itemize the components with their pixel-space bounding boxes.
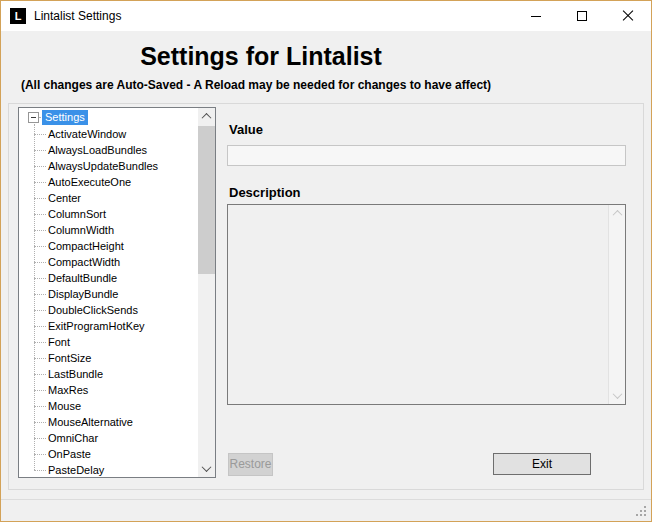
- tree-scrollbar[interactable]: [198, 108, 215, 477]
- tree-item-label: OmniChar: [48, 430, 98, 446]
- titlebar[interactable]: L Lintalist Settings: [1, 1, 651, 31]
- page-subtitle: (All changes are Auto-Saved - A Reload m…: [1, 78, 511, 92]
- tree-item-label: ActivateWindow: [48, 126, 126, 142]
- tree-scroll-up-button[interactable]: [198, 108, 215, 125]
- tree-item[interactable]: LastBundle: [19, 366, 198, 382]
- tree-item-connector: [34, 390, 46, 391]
- collapse-icon[interactable]: [28, 112, 39, 123]
- tree-item-label: Font: [48, 334, 70, 350]
- tree-item[interactable]: Font: [19, 334, 198, 350]
- tree-item-label: FontSize: [48, 350, 91, 366]
- tree-item[interactable]: DefaultBundle: [19, 270, 198, 286]
- value-label: Value: [229, 122, 263, 137]
- tree-item-connector: [34, 326, 46, 327]
- minimize-button[interactable]: [513, 1, 559, 31]
- tree-item[interactable]: ColumnSort: [19, 206, 198, 222]
- tree-item[interactable]: AlwaysUpdateBundles: [19, 158, 198, 174]
- tree-item-connector: [34, 294, 46, 295]
- tree-scrollbar-thumb[interactable]: [198, 126, 215, 274]
- tree-item[interactable]: OnPaste: [19, 446, 198, 462]
- description-label: Description: [229, 185, 301, 200]
- tree-item-connector: [34, 454, 46, 455]
- description-scroll-up-button[interactable]: [609, 205, 626, 222]
- tree-item-connector: [34, 278, 46, 279]
- chevron-down-icon: [613, 389, 623, 399]
- tree-scroll-down-button[interactable]: [198, 460, 215, 477]
- tree-item-connector: [34, 470, 46, 471]
- chevron-up-icon: [202, 113, 212, 123]
- close-button[interactable]: [605, 1, 651, 31]
- minimize-icon: [531, 16, 541, 17]
- tree-item[interactable]: PasteDelay: [19, 462, 198, 478]
- tree-item-connector: [34, 166, 46, 167]
- tree-item-label: LastBundle: [48, 366, 103, 382]
- tree-item-label: ExitProgramHotKey: [48, 318, 145, 334]
- tree-item[interactable]: FontSize: [19, 350, 198, 366]
- tree-item[interactable]: AutoExecuteOne: [19, 174, 198, 190]
- tree-item-label: AutoExecuteOne: [48, 174, 131, 190]
- settings-tree[interactable]: Settings ActivateWindow AlwaysLoadBundle…: [18, 107, 216, 478]
- tree-root-settings[interactable]: Settings: [42, 110, 88, 125]
- tree-item-connector: [34, 134, 46, 135]
- tree-item[interactable]: Center: [19, 190, 198, 206]
- tree-item[interactable]: CompactWidth: [19, 254, 198, 270]
- tree-content: Settings ActivateWindow AlwaysLoadBundle…: [19, 108, 198, 477]
- tree-item-connector: [34, 262, 46, 263]
- close-icon: [622, 10, 634, 22]
- tree-item-connector: [34, 358, 46, 359]
- tree-item[interactable]: DisplayBundle: [19, 286, 198, 302]
- tree-item-label: CompactWidth: [48, 254, 120, 270]
- tree-item[interactable]: AlwaysLoadBundles: [19, 142, 198, 158]
- tree-item-label: DefaultBundle: [48, 270, 117, 286]
- tree-item-connector: [34, 422, 46, 423]
- tree-item-label: OnPaste: [48, 446, 91, 462]
- description-scroll-down-button[interactable]: [609, 387, 626, 404]
- restore-button[interactable]: Restore: [228, 453, 273, 476]
- tree-item[interactable]: MaxRes: [19, 382, 198, 398]
- tree-item-connector: [34, 438, 46, 439]
- tree-root-row[interactable]: Settings: [19, 110, 198, 126]
- tree-item-label: MouseAlternative: [48, 414, 133, 430]
- description-scrollbar[interactable]: [608, 205, 625, 404]
- tree-item[interactable]: ActivateWindow: [19, 126, 198, 142]
- window-title: Lintalist Settings: [34, 9, 121, 23]
- description-box[interactable]: [227, 204, 626, 405]
- tree-item-connector: [34, 406, 46, 407]
- tree-item-label: CompactHeight: [48, 238, 124, 254]
- tree-item-connector: [34, 246, 46, 247]
- tree-item-label: ColumnWidth: [48, 222, 114, 238]
- status-separator: [1, 499, 651, 500]
- tree-item[interactable]: MouseAlternative: [19, 414, 198, 430]
- tree-item-connector: [34, 230, 46, 231]
- chevron-down-icon: [202, 462, 212, 472]
- tree-item-label: AlwaysUpdateBundles: [48, 158, 158, 174]
- chevron-up-icon: [613, 210, 623, 220]
- exit-button[interactable]: Exit: [493, 453, 591, 475]
- value-input[interactable]: [227, 145, 626, 166]
- tree-item[interactable]: CompactHeight: [19, 238, 198, 254]
- maximize-button[interactable]: [559, 1, 605, 31]
- lintalist-settings-window: L Lintalist Settings Settings for Lintal…: [0, 0, 652, 522]
- resize-grip-icon[interactable]: [634, 504, 646, 516]
- tree-item[interactable]: ColumnWidth: [19, 222, 198, 238]
- maximize-icon: [577, 11, 587, 21]
- tree-item-connector: [34, 182, 46, 183]
- tree-item-label: AlwaysLoadBundles: [48, 142, 147, 158]
- app-icon: L: [10, 8, 26, 24]
- tree-item-connector: [34, 150, 46, 151]
- tree-item[interactable]: Mouse: [19, 398, 198, 414]
- tree-item[interactable]: OmniChar: [19, 430, 198, 446]
- tree-item-label: Center: [48, 190, 81, 206]
- tree-item[interactable]: DoubleClickSends: [19, 302, 198, 318]
- tree-item-label: DoubleClickSends: [48, 302, 138, 318]
- tree-item[interactable]: ExitProgramHotKey: [19, 318, 198, 334]
- tree-item-connector: [34, 374, 46, 375]
- tree-item-connector: [34, 310, 46, 311]
- page-title: Settings for Lintalist: [1, 42, 521, 71]
- window-controls: [513, 1, 651, 31]
- tree-item-connector: [34, 198, 46, 199]
- description-text: [232, 207, 605, 402]
- tree-item-label: PasteDelay: [48, 462, 104, 478]
- tree-item-connector: [34, 342, 46, 343]
- tree-children: ActivateWindow AlwaysLoadBundles AlwaysU…: [19, 126, 198, 478]
